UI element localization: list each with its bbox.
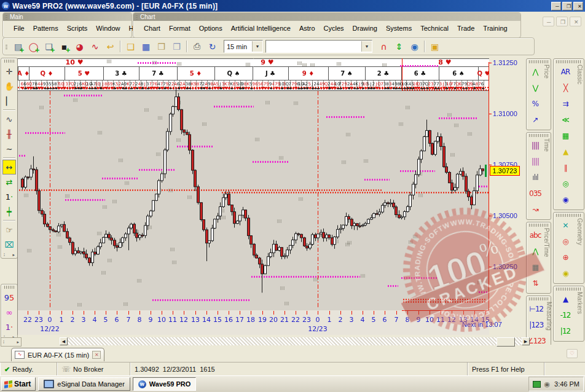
taskbar-wave59-button[interactable]: wWave59 PRO xyxy=(133,377,196,391)
chevron-down-icon[interactable]: ▼ xyxy=(252,41,262,52)
menu-trade[interactable]: Trade xyxy=(453,23,479,34)
menu-chart[interactable]: Chart xyxy=(139,23,165,34)
sphere-tool[interactable]: ◉ xyxy=(554,265,576,281)
grid-tool[interactable]: ▦ xyxy=(527,259,543,275)
new-layout-button[interactable]: ❏+ xyxy=(41,39,57,53)
tab-close-button[interactable]: ✕ xyxy=(92,351,101,359)
height-ruler-tool[interactable]: |123 xyxy=(527,317,546,333)
menu-window[interactable]: Window xyxy=(92,23,124,34)
time-division-tool[interactable]: |||| xyxy=(527,154,543,170)
main-toolbar-caption[interactable]: Main xyxy=(3,13,132,21)
angle-ruler-tool[interactable]: ∠123 xyxy=(527,333,546,345)
eye-button[interactable]: ◉ xyxy=(407,39,422,53)
refresh-button[interactable]: ↻ xyxy=(205,39,220,53)
minimize-button[interactable]: ─ xyxy=(551,2,561,10)
ellipse-tool[interactable]: ⊕ xyxy=(554,249,576,265)
menu-format[interactable]: Format xyxy=(165,23,195,34)
network-tray-icon[interactable] xyxy=(533,381,541,388)
gann-fan-tool[interactable]: ≪ xyxy=(554,112,576,128)
menu-technical[interactable]: Technical xyxy=(416,23,453,34)
price-steps-tool[interactable]: ↗ xyxy=(527,112,543,128)
width-ruler-tool[interactable]: ⊢12 xyxy=(527,301,546,317)
circles-tool[interactable]: ◎ xyxy=(554,233,576,249)
triangle-marker-tool[interactable]: ▲ xyxy=(554,291,576,307)
hurst-cycle-tool[interactable]: ∞ xyxy=(2,305,16,319)
one-to-one-scale-tool[interactable]: 1· xyxy=(2,189,16,204)
copy-chart-button[interactable]: ❒ xyxy=(169,39,184,53)
chart-toolbar-caption[interactable]: Chart xyxy=(133,13,520,21)
palette-scroll-arrows[interactable]: ⁞▸ xyxy=(1,252,17,258)
menu-astro[interactable]: Astro xyxy=(295,23,320,34)
time-lines-tool[interactable]: |||| xyxy=(527,138,543,154)
gann-95-tool[interactable]: 95 xyxy=(2,290,16,305)
zigzag-button[interactable]: ∿ xyxy=(87,39,103,53)
menu-drawing[interactable]: Drawing xyxy=(348,23,382,34)
pattern-tool[interactable]: ⋀ xyxy=(527,243,543,259)
menu-systems[interactable]: Systems xyxy=(382,23,416,34)
menu-cycles[interactable]: Cycles xyxy=(320,23,348,34)
crosshair-tool[interactable]: ✛ xyxy=(2,64,16,79)
symbol-combobox[interactable]: ▼ xyxy=(265,40,372,53)
count-035-tool[interactable]: 035 xyxy=(527,186,543,202)
line-chart-tool[interactable]: ∼ xyxy=(2,141,16,156)
horizontal-scrollbar[interactable]: ◀ ▶ xyxy=(60,337,530,345)
count-1-tool[interactable]: 1· xyxy=(2,319,16,334)
pan-hand-tool[interactable]: ✋ xyxy=(2,79,16,93)
save-button[interactable]: ▦ xyxy=(138,39,154,53)
new-chart-button[interactable]: ▤+ xyxy=(10,39,26,53)
magnet-button[interactable]: ∩ xyxy=(376,39,391,53)
chevron-down-icon[interactable]: ▼ xyxy=(361,41,372,52)
compress-bars-tool[interactable]: ⇄ xyxy=(2,174,16,189)
parallel-lines-tool[interactable]: ∥ xyxy=(554,160,576,176)
mdi-restore-button[interactable]: ❐ xyxy=(556,17,568,26)
zigzag-bars-tool[interactable]: ∿ xyxy=(2,112,16,127)
trend-retrace-tool[interactable]: ⋀ xyxy=(527,64,543,80)
swing-arrows-tool[interactable]: ⇉ xyxy=(554,96,576,112)
new-wheel-button[interactable]: ◯+ xyxy=(26,39,41,53)
edit-objects-button[interactable]: ◕ xyxy=(72,39,87,53)
close-button[interactable]: ✕ xyxy=(573,2,583,10)
tab-eur-a0-fx[interactable]: ∿ EUR A0-FX (15 min) ✕ xyxy=(11,348,104,361)
andrews-pitchfork-tool[interactable]: AR xyxy=(554,64,576,80)
delete-tool[interactable]: ⌧ xyxy=(2,237,16,252)
start-button[interactable]: Start xyxy=(1,377,36,391)
paste-chart-button[interactable]: ❒ xyxy=(154,39,169,53)
menu-scripts[interactable]: Scripts xyxy=(63,23,92,34)
menu-artificial-intelligence[interactable]: Artificial Intelligence xyxy=(227,23,295,34)
scroll-right-button[interactable]: ▶ xyxy=(522,337,530,345)
mdi-minimize-button[interactable]: ─ xyxy=(543,17,554,26)
mdi-close-button[interactable]: ✕ xyxy=(570,17,581,26)
center-bars-tool[interactable]: ┿ xyxy=(2,204,16,219)
time-wave-tool[interactable]: ↝ xyxy=(527,202,543,218)
square-spiral-tool[interactable]: ◎ xyxy=(554,176,576,192)
menu-file[interactable]: File xyxy=(9,23,29,34)
open-button[interactable]: ❑ xyxy=(123,39,138,53)
vertical-scale-button[interactable]: ⇕ xyxy=(391,39,407,53)
vector-tool[interactable]: ⇅ xyxy=(527,275,543,291)
gann-grid-tool[interactable]: ▦ xyxy=(554,128,576,144)
scrollbar-thumb[interactable] xyxy=(497,337,515,347)
tab-options-button[interactable]: ♡ xyxy=(567,349,578,358)
level-marker-tool[interactable]: -12 xyxy=(554,307,576,323)
volume-tray-icon[interactable]: ◉ xyxy=(544,380,550,388)
gann-cross-tool[interactable]: ╳ xyxy=(554,80,576,96)
vertical-line-tool[interactable]: ▏ xyxy=(2,93,16,108)
candlestick-tool[interactable]: ╫ xyxy=(2,127,16,141)
print-button[interactable]: ⎙ xyxy=(189,39,205,53)
expand-bars-tool[interactable]: ↔ xyxy=(2,160,16,174)
menu-patterns[interactable]: Patterns xyxy=(29,23,63,34)
world-scan-tool[interactable]: ◉ xyxy=(554,192,576,208)
alert-window-tool[interactable]: ▲ xyxy=(554,144,576,160)
price-channel-tool[interactable]: ⋁ xyxy=(527,80,543,96)
toolbar-scroll-stub[interactable]: ⁞▸ xyxy=(1,337,22,347)
taskbar-esignal-button[interactable]: eSignal Data Manager xyxy=(38,377,130,391)
abc-label-tool[interactable]: abc xyxy=(527,227,543,243)
interval-dropdown[interactable]: 15 min ▼ xyxy=(224,40,263,53)
pointer-tool[interactable]: ☞ xyxy=(2,222,16,237)
arcs-tool[interactable]: ✕ xyxy=(554,218,576,233)
menu-options[interactable]: Options xyxy=(195,23,227,34)
bar-marker-tool[interactable]: |12 xyxy=(554,323,576,339)
restore-button[interactable]: ❐ xyxy=(562,2,572,10)
undo-button[interactable]: ↩ xyxy=(103,39,118,53)
chart-canvas[interactable] xyxy=(18,58,489,335)
